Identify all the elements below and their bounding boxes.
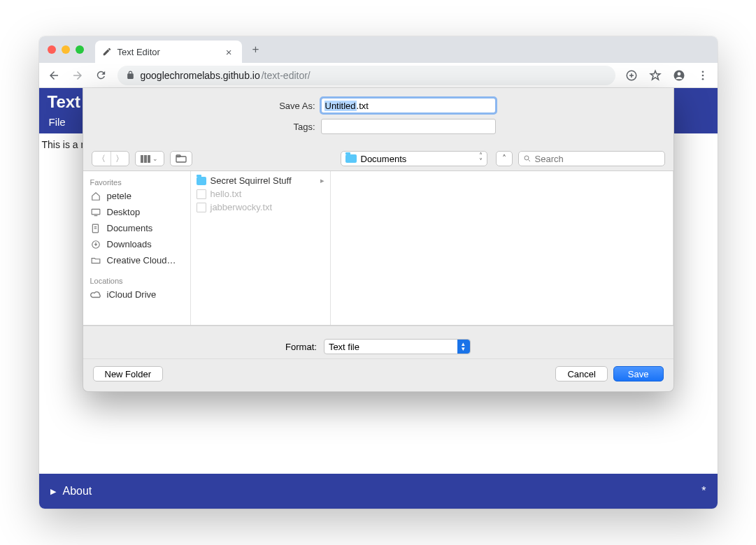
location-name: Documents xyxy=(361,154,407,164)
sidebar-item-creative-cloud[interactable]: Creative Cloud… xyxy=(83,252,190,268)
format-select[interactable]: Text file ▴▾ xyxy=(324,339,471,354)
zoom-window-button[interactable] xyxy=(76,45,84,54)
folder-icon xyxy=(197,177,206,185)
downloads-icon xyxy=(90,240,101,249)
sidebar-item-documents[interactable]: Documents xyxy=(83,220,190,236)
search-field[interactable] xyxy=(518,151,665,166)
save-as-label: Save As: xyxy=(97,101,321,111)
browser-tab-strip: Text Editor × + xyxy=(39,36,718,63)
sidebar-item-downloads[interactable]: Downloads xyxy=(83,236,190,252)
file-browser-toolbar: 〈 〉 ⌄ Documents ˄˅ xyxy=(83,147,673,170)
profile-avatar-icon[interactable] xyxy=(669,65,690,86)
document-icon xyxy=(197,203,206,212)
close-tab-icon[interactable]: × xyxy=(223,46,235,58)
format-label: Format: xyxy=(285,342,317,352)
window-controls xyxy=(39,45,92,54)
tags-field[interactable] xyxy=(321,119,496,134)
sidebar: Favorites petele Desktop Documents Downl… xyxy=(83,171,191,325)
folder-icon xyxy=(345,154,357,163)
collapse-button[interactable]: ˄ xyxy=(496,151,513,166)
file-item-folder[interactable]: Secret Squirrel Stuff▸ xyxy=(191,174,330,187)
location-popup[interactable]: Documents ˄˅ xyxy=(341,151,487,166)
svg-line-12 xyxy=(528,160,530,162)
install-app-icon[interactable] xyxy=(621,65,642,86)
dirty-indicator: * xyxy=(701,485,706,497)
chrome-window: Text Editor × + googlechromelabs.github.… xyxy=(39,36,718,509)
format-value: Text file xyxy=(329,342,359,352)
pencil-icon xyxy=(102,47,112,57)
sidebar-item-home[interactable]: petele xyxy=(83,188,190,204)
home-icon xyxy=(90,191,101,201)
file-browser: Favorites petele Desktop Documents Downl… xyxy=(83,170,673,326)
svg-point-4 xyxy=(701,74,704,76)
bookmark-star-icon[interactable] xyxy=(645,65,666,86)
browser-tab[interactable]: Text Editor × xyxy=(95,41,242,63)
save-dialog: Save As: Untitled.txt Tags: 〈 〉 xyxy=(83,88,674,392)
cancel-button[interactable]: Cancel xyxy=(555,366,607,382)
forward-button[interactable] xyxy=(67,65,88,86)
nav-back-icon[interactable]: 〈 xyxy=(92,152,110,166)
svg-rect-8 xyxy=(148,155,150,163)
sidebar-item-desktop[interactable]: Desktop xyxy=(83,204,190,220)
desktop-icon xyxy=(90,208,101,217)
dialog-button-bar: New Folder Cancel Save xyxy=(83,358,673,383)
document-icon xyxy=(197,189,206,199)
nav-back-forward[interactable]: 〈 〉 xyxy=(92,151,129,166)
filename-selected: Untitled xyxy=(324,101,357,111)
disclosure-triangle-icon[interactable]: ▶ xyxy=(50,487,56,496)
url-path: /text-editor/ xyxy=(262,70,311,81)
search-input[interactable] xyxy=(535,154,660,164)
file-item[interactable]: hello.txt xyxy=(191,187,330,201)
view-mode-button[interactable]: ⌄ xyxy=(135,151,164,166)
cloud-icon xyxy=(90,291,101,298)
save-dialog-header: Save As: Untitled.txt Tags: xyxy=(83,88,673,147)
columns-view-icon: ⌄ xyxy=(136,152,164,166)
close-window-button[interactable] xyxy=(48,45,56,54)
browser-toolbar: googlechromelabs.github.io/text-editor/ xyxy=(39,63,718,88)
reload-button[interactable] xyxy=(91,65,112,86)
nav-forward-icon[interactable]: 〉 xyxy=(110,152,129,166)
save-button[interactable]: Save xyxy=(613,366,664,382)
tab-title: Text Editor xyxy=(117,47,217,57)
svg-point-3 xyxy=(701,71,704,73)
file-column-2 xyxy=(331,171,673,325)
page-content: Text File This is a n ▶ About * Save As:… xyxy=(39,88,718,509)
svg-rect-13 xyxy=(92,209,100,215)
filename-ext: .txt xyxy=(357,101,369,111)
about-link[interactable]: About xyxy=(63,485,92,497)
svg-point-11 xyxy=(525,156,529,160)
search-icon xyxy=(523,154,532,163)
favorites-section-label: Favorites xyxy=(83,175,190,188)
svg-rect-6 xyxy=(141,155,143,163)
url-host: googlechromelabs.github.io xyxy=(141,70,260,81)
locations-section-label: Locations xyxy=(83,274,190,286)
svg-point-2 xyxy=(677,72,680,75)
chevron-right-icon: ▸ xyxy=(320,176,324,185)
documents-icon xyxy=(90,224,101,233)
chevron-updown-icon: ▴▾ xyxy=(457,340,470,354)
file-column-1: Secret Squirrel Stuff▸ hello.txt jabberw… xyxy=(191,171,331,325)
app-footer: ▶ About * xyxy=(39,474,718,509)
folder-icon xyxy=(90,256,101,264)
chevron-updown-icon: ˄˅ xyxy=(479,153,483,164)
group-button[interactable] xyxy=(170,151,192,166)
svg-rect-10 xyxy=(176,155,180,157)
format-row: Format: Text file ▴▾ xyxy=(83,326,673,358)
svg-rect-9 xyxy=(176,157,186,162)
lock-icon xyxy=(126,71,135,80)
svg-point-5 xyxy=(701,78,704,80)
back-button[interactable] xyxy=(43,65,64,86)
save-as-field[interactable]: Untitled.txt xyxy=(321,98,496,113)
new-folder-button[interactable]: New Folder xyxy=(93,366,163,382)
file-item[interactable]: jabberwocky.txt xyxy=(191,201,330,214)
sidebar-item-icloud[interactable]: iCloud Drive xyxy=(83,286,190,303)
address-bar[interactable]: googlechromelabs.github.io/text-editor/ xyxy=(117,66,615,85)
minimize-window-button[interactable] xyxy=(62,45,70,54)
chrome-menu-icon[interactable] xyxy=(692,65,713,86)
svg-rect-7 xyxy=(144,155,147,163)
tags-label: Tags: xyxy=(97,122,321,132)
new-tab-button[interactable]: + xyxy=(246,40,266,59)
